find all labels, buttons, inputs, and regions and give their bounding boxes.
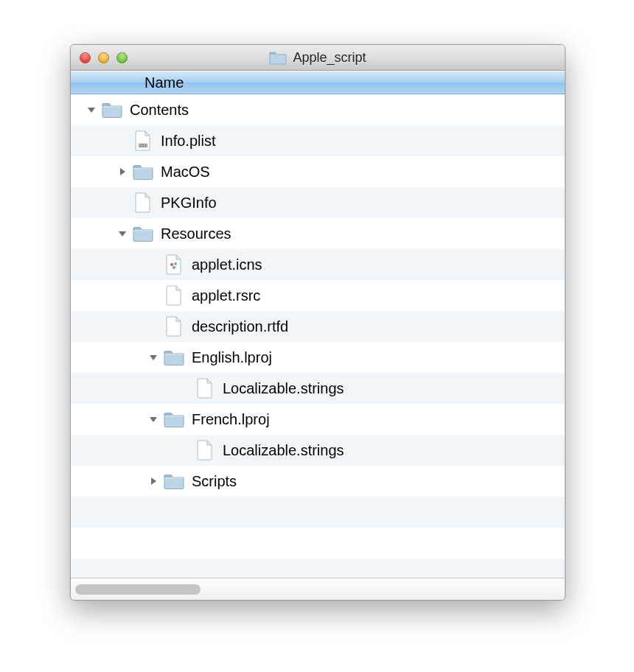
tree-row-empty [71, 559, 565, 578]
item-label: Info.plist [161, 133, 215, 150]
tree-row[interactable]: description.rtfd [71, 311, 565, 342]
item-label: MacOS [161, 164, 210, 181]
file-icon [195, 440, 215, 461]
tree-row[interactable]: MacOS [71, 156, 565, 187]
svg-rect-8 [165, 354, 184, 354]
svg-rect-4 [134, 230, 153, 231]
tree-row[interactable]: Scripts [71, 466, 565, 497]
column-header-label: Name [144, 74, 184, 91]
svg-point-7 [173, 266, 175, 269]
file-icon [164, 316, 184, 337]
folder-icon [133, 223, 153, 244]
disclosure-triangle-icon[interactable] [116, 228, 128, 239]
item-label: Resources [161, 225, 231, 242]
item-label: Scripts [192, 473, 237, 490]
window-title-group: Apple_script [71, 50, 565, 66]
traffic-lights [71, 52, 128, 63]
plist-icon: PLIST [133, 130, 153, 151]
finder-window: Apple_script Name ContentsPLISTInfo.plis… [70, 44, 565, 601]
item-label: PKGInfo [161, 195, 217, 211]
column-header-name[interactable]: Name [71, 71, 565, 94]
tree-row-empty [71, 528, 565, 559]
tree-row[interactable]: PLISTInfo.plist [71, 125, 565, 156]
disclosure-triangle-icon[interactable] [86, 104, 97, 116]
svg-rect-3 [134, 168, 153, 169]
item-label: description.rtfd [192, 318, 288, 335]
tree-row[interactable]: English.lproj [71, 342, 565, 373]
item-label: Contents [130, 102, 189, 119]
file-icon [164, 285, 184, 306]
tree-row[interactable]: Contents [71, 94, 565, 125]
svg-point-5 [170, 263, 173, 266]
icns-icon [164, 254, 184, 275]
svg-text:PLIST: PLIST [139, 144, 147, 147]
tree-row[interactable]: Localizable.strings [71, 435, 565, 466]
folder-icon [102, 99, 122, 120]
tree-row[interactable]: French.lproj [71, 404, 565, 435]
tree-row[interactable]: applet.icns [71, 249, 565, 280]
file-icon [195, 378, 215, 399]
disclosure-triangle-icon[interactable] [147, 351, 159, 363]
zoom-button[interactable] [116, 52, 128, 63]
item-label: Localizable.strings [223, 442, 344, 459]
folder-icon [133, 161, 153, 182]
status-bar [71, 578, 565, 600]
folder-icon [164, 409, 184, 430]
scrollbar-thumb[interactable] [75, 584, 201, 595]
disclosure-triangle-icon[interactable] [147, 413, 159, 425]
svg-rect-0 [103, 106, 122, 107]
titlebar[interactable]: Apple_script [71, 45, 565, 71]
tree-row[interactable]: Resources [71, 218, 565, 249]
svg-rect-9 [165, 416, 184, 416]
item-label: English.lproj [192, 349, 272, 366]
folder-icon [269, 50, 287, 65]
item-label: French.lproj [192, 411, 270, 428]
folder-icon [164, 347, 184, 368]
item-label: applet.rsrc [192, 287, 260, 304]
disclosure-triangle-icon[interactable] [147, 475, 159, 487]
tree-row-empty [71, 497, 565, 528]
tree-row[interactable]: Localizable.strings [71, 373, 565, 404]
outline-view[interactable]: ContentsPLISTInfo.plistMacOSPKGInfoResou… [71, 94, 565, 578]
item-label: Localizable.strings [223, 380, 344, 397]
horizontal-scrollbar[interactable] [75, 584, 267, 595]
window-title: Apple_script [293, 50, 366, 66]
file-icon [133, 192, 153, 213]
minimize-button[interactable] [98, 52, 109, 63]
close-button[interactable] [80, 52, 91, 63]
svg-rect-10 [165, 477, 184, 478]
disclosure-triangle-icon[interactable] [116, 166, 128, 178]
folder-icon [164, 471, 184, 491]
tree-row[interactable]: PKGInfo [71, 187, 565, 218]
svg-point-6 [174, 262, 177, 265]
item-label: applet.icns [192, 256, 262, 273]
tree-row[interactable]: applet.rsrc [71, 280, 565, 311]
